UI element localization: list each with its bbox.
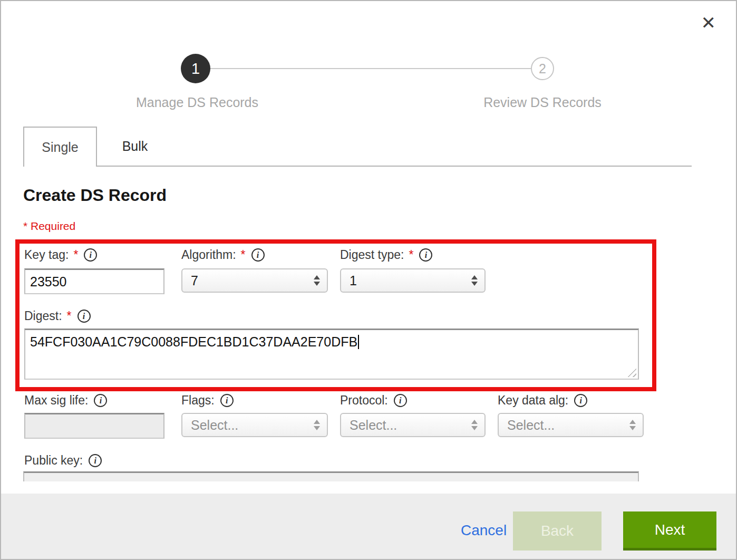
step-1-number: 1	[191, 60, 200, 78]
public-key-label: Public key: i	[24, 453, 102, 468]
step-1-circle: 1	[181, 54, 210, 83]
info-icon[interactable]: i	[94, 394, 107, 407]
max-sig-life-label: Max sig life: i	[24, 393, 107, 408]
key-data-alg-placeholder: Select...	[507, 418, 555, 433]
required-note: * Required	[23, 220, 75, 233]
digest-type-label-text: Digest type:	[340, 248, 404, 262]
select-arrows-icon	[471, 420, 478, 430]
digest-value: 54FCF030AA1C79C0088FDEC1BD1C37DAA2E70DFB	[30, 334, 357, 349]
flags-label-text: Flags:	[181, 393, 215, 408]
digest-type-required-asterisk: *	[409, 248, 413, 262]
close-icon[interactable]: ✕	[701, 14, 716, 32]
digest-textarea[interactable]: 54FCF030AA1C79C0088FDEC1BD1C37DAA2E70DFB	[24, 329, 639, 380]
digest-label: Digest: * i	[24, 309, 91, 323]
max-sig-life-input[interactable]	[24, 413, 164, 439]
resize-grip-icon[interactable]	[627, 368, 636, 377]
info-icon[interactable]: i	[89, 454, 102, 467]
key-tag-required-asterisk: *	[73, 248, 78, 262]
step-1-label: Manage DS Records	[113, 95, 282, 110]
step-2-number: 2	[539, 61, 546, 76]
digest-type-selected-value: 1	[350, 273, 357, 288]
info-icon[interactable]: i	[84, 248, 97, 262]
info-icon-glyph: i	[94, 457, 96, 465]
page-title: Create DS Record	[23, 186, 167, 205]
next-button-label: Next	[655, 522, 685, 538]
stepper-connector-line	[210, 68, 531, 69]
key-data-alg-label-text: Key data alg:	[498, 393, 568, 408]
protocol-label-text: Protocol:	[340, 393, 388, 408]
digest-type-select[interactable]: 1	[340, 268, 486, 293]
info-icon[interactable]: i	[394, 394, 407, 407]
text-cursor	[358, 335, 359, 349]
step-2-circle: 2	[531, 57, 554, 80]
algorithm-label: Algorithm: * i	[181, 248, 265, 262]
info-icon-glyph: i	[257, 251, 259, 259]
tab-strip: Single Bulk	[23, 127, 692, 167]
info-icon[interactable]: i	[220, 394, 234, 407]
tab-single-label: Single	[42, 140, 79, 155]
key-data-alg-label: Key data alg: i	[498, 393, 587, 408]
key-tag-label-text: Key tag:	[24, 248, 69, 262]
digest-required-asterisk: *	[67, 309, 72, 323]
info-icon-glyph: i	[425, 251, 427, 259]
public-key-textarea[interactable]	[23, 471, 639, 481]
tab-single[interactable]: Single	[23, 127, 97, 167]
cancel-button[interactable]: Cancel	[461, 522, 507, 539]
info-icon[interactable]: i	[574, 394, 587, 407]
info-icon-glyph: i	[90, 251, 92, 259]
info-icon-glyph: i	[226, 397, 228, 405]
flags-label: Flags: i	[181, 393, 234, 408]
info-icon-glyph: i	[83, 312, 85, 321]
back-button-label: Back	[541, 523, 574, 539]
key-tag-value: 23550	[30, 274, 67, 289]
select-arrows-icon	[314, 275, 320, 286]
flags-placeholder: Select...	[191, 418, 238, 433]
key-tag-label: Key tag: * i	[24, 248, 97, 262]
flags-select[interactable]: Select...	[181, 413, 328, 437]
tab-bulk[interactable]: Bulk	[98, 127, 172, 166]
info-icon[interactable]: i	[77, 310, 91, 323]
info-icon-glyph: i	[580, 397, 582, 405]
info-icon[interactable]: i	[419, 248, 432, 262]
max-sig-life-label-text: Max sig life:	[24, 393, 88, 408]
step-2-label: Review DS Records	[458, 95, 627, 110]
info-icon[interactable]: i	[251, 248, 265, 262]
key-data-alg-select[interactable]: Select...	[498, 413, 644, 437]
protocol-placeholder: Select...	[350, 418, 397, 433]
digest-label-text: Digest:	[24, 309, 62, 323]
protocol-select[interactable]: Select...	[340, 413, 486, 437]
info-icon-glyph: i	[100, 397, 102, 405]
algorithm-selected-value: 7	[191, 273, 198, 288]
protocol-label: Protocol: i	[340, 393, 407, 408]
next-button[interactable]: Next	[623, 511, 716, 551]
back-button[interactable]: Back	[513, 511, 602, 551]
algorithm-select[interactable]: 7	[181, 268, 328, 293]
public-key-label-text: Public key:	[24, 453, 83, 468]
algorithm-required-asterisk: *	[241, 248, 246, 262]
select-arrows-icon	[314, 420, 320, 430]
algorithm-label-text: Algorithm:	[181, 248, 236, 262]
tab-bulk-label: Bulk	[122, 139, 148, 154]
key-tag-input[interactable]: 23550	[24, 268, 164, 294]
info-icon-glyph: i	[399, 397, 401, 405]
digest-type-label: Digest type: * i	[340, 248, 432, 262]
create-ds-record-modal: ✕ 1 2 Manage DS Records Review DS Record…	[0, 0, 737, 560]
select-arrows-icon	[629, 420, 636, 430]
select-arrows-icon	[471, 275, 478, 286]
